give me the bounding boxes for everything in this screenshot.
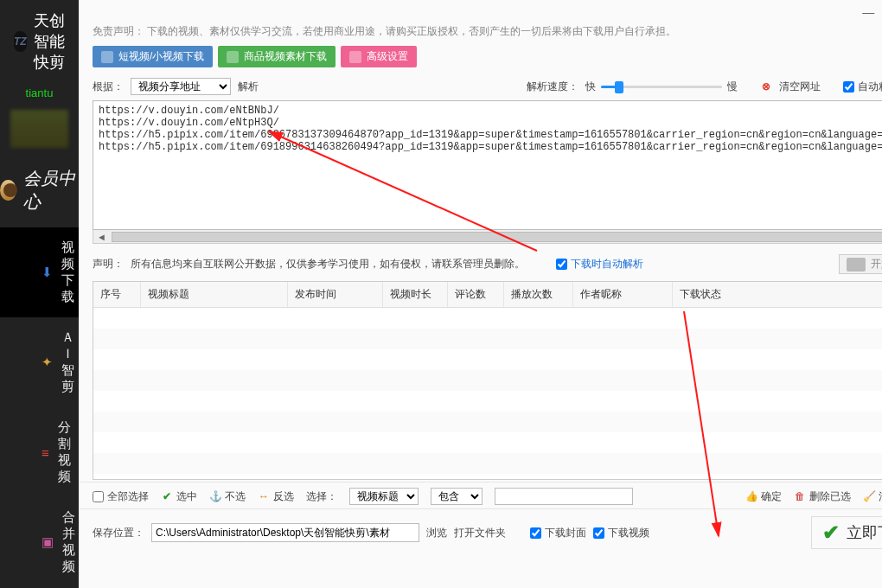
swap-icon: ↔ [258,490,270,502]
parse-row: 根据： 视频分享地址 解析 解析速度： 快 慢 ⊗ 清空网址 自动粘贴网址 [79,74,882,99]
root-label: 根据： [93,80,124,94]
nav-split-video[interactable]: ≡ 分割视频 [0,407,79,497]
save-label: 保存位置： [93,526,144,540]
bottom-row: 保存位置： 浏览 打开文件夹 下载封面 下载视频 ✔ 立即下载 [79,508,882,549]
speed-slider[interactable]: 快 慢 [585,80,738,94]
autoparse-checkbox[interactable]: 下载时自动解析 [556,257,643,272]
statement-text: 所有信息均来自互联网公开数据，仅供参考学习使用，如有侵权，请联系管理员删除。 [131,257,525,272]
unselect-btn[interactable]: ⚓不选 [209,489,246,504]
download-now-label: 立即下载 [847,522,882,543]
clear-table-label: 清空表格 [879,489,882,504]
select-label: 选中 [176,489,197,504]
user-picture [10,110,68,148]
cart-icon [227,51,239,63]
sparkle-icon: ✦ [42,355,53,370]
scroll-thumb[interactable] [112,232,882,242]
download-tabs: 短视频/小视频下载 商品视频素材下载 高级设置 [79,46,882,74]
col-plays[interactable]: 播放次数 [504,282,573,307]
select-btn[interactable]: ✔选中 [161,489,197,504]
confirm-label: 确定 [761,489,782,504]
col-index[interactable]: 序号 [93,282,141,307]
table-header: 序号 视频标题 发布时间 视频时长 评论数 播放次数 作者昵称 下载状态 [93,282,882,308]
brand-label: tiantu [0,83,79,106]
browse-link[interactable]: 浏览 [426,526,447,540]
filter-op-select[interactable]: 包含 [431,488,483,505]
anchor-icon: ⚓ [209,490,221,502]
disclaimer-text: 下载的视频、素材仅供学习交流，若使用商业用途，请购买正版授权，否则产生的一切后果… [147,25,676,37]
col-publish[interactable]: 发布时间 [288,282,383,307]
app-title-bar: TZ 天创智能快剪 [0,0,79,83]
statement-label: 声明： [93,257,124,272]
gear-icon [349,51,361,63]
broom-icon: 🧹 [863,490,875,502]
autopaste-checkbox[interactable]: 自动粘贴网址 [843,80,882,94]
filter-value-input[interactable] [495,488,633,505]
disclaimer: 免责声明： 下载的视频、素材仅供学习交流，若使用商业用途，请购买正版授权，否则产… [79,0,882,46]
select-all-checkbox[interactable]: 全部选择 [93,489,149,504]
nav-merge-video[interactable]: ▣ 合并视频 [0,497,79,587]
app-logo-icon: TZ [14,31,27,52]
invert-btn[interactable]: ↔反选 [258,489,294,504]
col-author[interactable]: 作者昵称 [573,282,673,307]
nav-label: 分割视频 [58,419,79,485]
tab-product-video[interactable]: 商品视频素材下载 [218,46,336,67]
checkmark-icon: ✔ [822,521,840,545]
clear-urls-link[interactable]: 清空网址 [779,80,821,94]
check-icon: ✔ [161,490,173,502]
merge-icon: ▣ [42,534,54,550]
url-textarea[interactable]: https://v.douyin.com/eNtBNbJ/ https://v.… [93,100,882,230]
fast-label: 快 [585,80,596,94]
download-video-checkbox[interactable]: 下载视频 [593,526,649,540]
tab-advanced[interactable]: 高级设置 [341,46,417,67]
filter-label: 选择： [306,489,337,504]
member-center-link[interactable]: 会员中心 [0,158,79,224]
nav: ⬇ 视频下载 ✦ Ａ Ｉ 智剪 ≡ 分割视频 ▣ 合并视频 [0,227,79,587]
download-now-button[interactable]: ✔ 立即下载 [811,516,882,549]
window-controls: — ▢ ✕ [862,5,882,19]
nav-label: 合并视频 [62,509,79,575]
scroll-left-icon[interactable]: ◄ [97,232,106,242]
invert-label: 反选 [273,489,294,504]
col-comments[interactable]: 评论数 [448,282,504,307]
delete-selected-btn[interactable]: 🗑删除已选 [794,489,851,504]
autopaste-label: 自动粘贴网址 [858,80,882,94]
autoparse-label: 下载时自动解析 [571,257,643,272]
col-status[interactable]: 下载状态 [673,282,882,307]
start-parse-label: 开始解析 [871,257,882,272]
col-title[interactable]: 视频标题 [141,282,288,307]
clear-table-btn[interactable]: 🧹清空表格 [863,489,882,504]
table-body [93,308,882,480]
parse-link[interactable]: 解析 [238,80,259,94]
save-path-input[interactable] [151,523,419,542]
slider-thumb[interactable] [615,81,623,93]
minimize-button[interactable]: — [862,5,874,19]
main: — ▢ ✕ 免责声明： 下载的视频、素材仅供学习交流，若使用商业用途，请购买正版… [79,0,882,588]
start-parse-button[interactable]: 开始解析 [839,254,882,274]
results-table: 序号 视频标题 发布时间 视频时长 评论数 播放次数 作者昵称 下载状态 [93,281,882,480]
tab-short-video[interactable]: 短视频/小视频下载 [93,46,213,67]
tab-label: 高级设置 [367,49,408,64]
clear-icon: ⊗ [760,80,772,93]
horizontal-scrollbar[interactable]: ◄► [93,230,882,244]
nav-video-download[interactable]: ⬇ 视频下载 [0,227,79,317]
speed-label: 解析速度： [527,80,578,94]
trash-icon: 🗑 [794,490,806,502]
sidebar: TZ 天创智能快剪 tiantu 会员中心 ⬇ 视频下载 ✦ Ａ Ｉ 智剪 ≡ … [0,0,79,588]
download-cover-label: 下载封面 [545,526,586,540]
preview-icon [847,258,866,272]
download-video-label: 下载视频 [608,526,649,540]
download-icon: ⬇ [42,265,53,280]
download-cover-checkbox[interactable]: 下载封面 [530,526,586,540]
confirm-btn[interactable]: 👍确定 [745,489,782,504]
selection-row: 全部选择 ✔选中 ⚓不选 ↔反选 选择： 视频标题 包含 👍确定 🗑删除已选 🧹… [79,482,882,508]
source-select[interactable]: 视频分享地址 [131,78,231,95]
member-center-label: 会员中心 [23,167,79,214]
tab-label: 短视频/小视频下载 [118,49,204,64]
col-length[interactable]: 视频时长 [383,282,448,307]
open-folder-link[interactable]: 打开文件夹 [454,526,506,540]
filter-field-select[interactable]: 视频标题 [349,488,419,505]
nav-ai-clip[interactable]: ✦ Ａ Ｉ 智剪 [0,317,79,407]
video-icon [101,51,113,63]
stack-icon: ≡ [42,445,49,460]
tab-label: 商品视频素材下载 [244,49,327,64]
